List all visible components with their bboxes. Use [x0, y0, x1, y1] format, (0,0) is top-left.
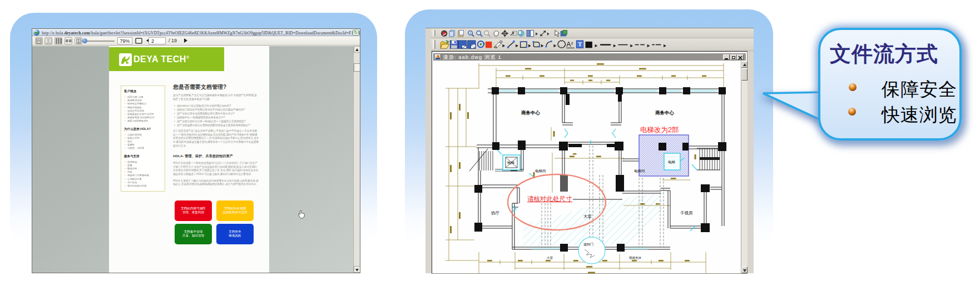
svg-text:协厅: 协厅	[491, 210, 500, 215]
svg-text:大堂: 大堂	[547, 256, 553, 260]
svg-text:电梯改为2部: 电梯改为2部	[640, 126, 679, 134]
svg-text:+: +	[469, 31, 472, 35]
svg-text:商务中心: 商务中心	[655, 110, 675, 116]
svg-text:T: T	[578, 41, 582, 47]
svg-text:电梯: 电梯	[507, 160, 514, 164]
svg-text:电梯间: 电梯间	[535, 169, 546, 173]
svg-text:大堂: 大堂	[583, 214, 592, 219]
svg-text:z: z	[571, 41, 573, 46]
svg-text:商务中心: 商务中心	[521, 110, 541, 116]
svg-text:情观无休: 情观无休	[628, 256, 642, 260]
svg-text:请核对此处尺寸: 请核对此处尺寸	[527, 195, 572, 202]
svg-text:旋转门: 旋转门	[583, 242, 593, 247]
svg-text:电梯: 电梯	[668, 160, 675, 164]
svg-text:干视房: 干视房	[680, 210, 693, 215]
svg-text:电梯间: 电梯间	[634, 169, 645, 173]
